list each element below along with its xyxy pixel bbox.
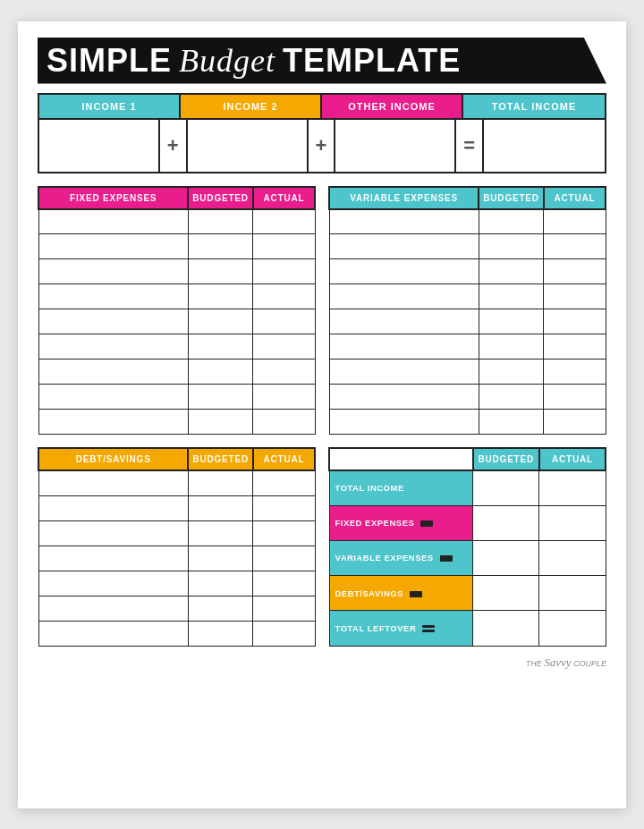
income-header: INCOME 1 INCOME 2 OTHER INCOME TOTAL INC… (38, 93, 606, 120)
debt-savings-table: DEBT/SAVINGS BUDGETED ACTUAL (38, 447, 316, 647)
other-income-header: OTHER INCOME (322, 95, 463, 118)
footer-credit: THE Savvy COUPLE (38, 656, 606, 670)
income2-header: INCOME 2 (181, 95, 322, 118)
minus-icon (420, 520, 433, 527)
summary-empty-header (329, 448, 473, 470)
table-row (38, 520, 315, 546)
table-row (38, 621, 315, 646)
table-row (329, 209, 606, 234)
income1-value[interactable] (39, 120, 160, 172)
op3: = (456, 120, 484, 172)
table-row (38, 596, 315, 621)
table-row (329, 259, 606, 284)
table-row (38, 410, 315, 435)
income2-value[interactable] (188, 120, 309, 172)
table-row (38, 495, 315, 520)
table-row (38, 284, 315, 309)
table-row (38, 209, 315, 234)
total-income-header: TOTAL INCOME (463, 95, 605, 118)
fixed-expenses-header: FIXED EXPENSES (38, 187, 188, 209)
table-row (38, 309, 315, 334)
title-text: SIMPLE Budget TEMPLATE (47, 45, 461, 77)
table-row (38, 470, 315, 495)
footer-savvy: Savvy (544, 656, 571, 669)
summary-leftover-label: TOTAL LEFTOVER (329, 611, 473, 646)
table-row (38, 259, 315, 284)
fixed-budgeted-header: BUDGETED (188, 187, 253, 209)
other-income-value[interactable] (335, 120, 456, 172)
table-row (329, 360, 606, 385)
table-row (329, 410, 606, 435)
table-row (329, 334, 606, 360)
variable-budgeted-header: BUDGETED (479, 187, 544, 209)
variable-expenses-table: VARIABLE EXPENSES BUDGETED ACTUAL (328, 186, 606, 436)
bottom-grid: DEBT/SAVINGS BUDGETED ACTUAL BUDGE (38, 447, 606, 647)
income-row: + + = (38, 120, 606, 173)
fixed-expenses-table: FIXED EXPENSES BUDGETED ACTUAL (38, 186, 316, 436)
fixed-actual-header: ACTUAL (253, 187, 315, 209)
summary-debt-label: DEBT/SAVINGS (329, 576, 473, 611)
table-row (329, 234, 606, 259)
title-bar: SIMPLE Budget TEMPLATE (38, 38, 606, 84)
summary-table: BUDGETED ACTUAL TOTAL INCOME FIXED EXPEN… (328, 447, 606, 647)
variable-expenses-header: VARIABLE EXPENSES (329, 187, 479, 209)
title-simple: SIMPLE (47, 45, 172, 77)
minus-icon2 (440, 555, 453, 562)
summary-total-income-label: TOTAL INCOME (329, 470, 473, 505)
equals-icon (422, 625, 435, 632)
op1: + (160, 120, 188, 172)
table-row (38, 234, 315, 259)
main-expenses-grid: FIXED EXPENSES BUDGETED ACTUAL (38, 186, 606, 436)
page: SIMPLE Budget TEMPLATE INCOME 1 INCOME 2… (18, 21, 626, 808)
table-row (38, 546, 315, 571)
table-row (38, 360, 315, 385)
title-budget: Budget (179, 45, 275, 77)
summary-variable-row: VARIABLE EXPENSES (329, 540, 606, 575)
op2: + (309, 120, 336, 172)
table-row (329, 309, 606, 334)
minus-icon3 (410, 591, 422, 597)
debt-actual-header: ACTUAL (253, 448, 315, 470)
variable-actual-header: ACTUAL (544, 187, 606, 209)
table-row (329, 385, 606, 410)
income1-header: INCOME 1 (39, 95, 181, 118)
summary-total-income-row: TOTAL INCOME (329, 470, 606, 505)
summary-actual-header: ACTUAL (539, 448, 606, 470)
debt-savings-header: DEBT/SAVINGS (38, 448, 188, 470)
debt-budgeted-header: BUDGETED (188, 448, 253, 470)
table-row (38, 571, 315, 596)
table-row (329, 284, 606, 309)
title-template: TEMPLATE (283, 45, 461, 77)
summary-variable-label: VARIABLE EXPENSES (329, 540, 473, 575)
summary-fixed-row: FIXED EXPENSES (329, 505, 606, 540)
summary-fixed-label: FIXED EXPENSES (329, 505, 473, 540)
summary-leftover-row: TOTAL LEFTOVER (329, 611, 606, 646)
footer-couple: COUPLE (573, 659, 606, 668)
summary-debt-row: DEBT/SAVINGS (329, 576, 606, 611)
summary-budgeted-header: BUDGETED (473, 448, 539, 470)
footer-the: THE (526, 659, 542, 668)
total-income-value[interactable] (484, 120, 605, 172)
table-row (38, 334, 315, 360)
table-row (38, 385, 315, 410)
